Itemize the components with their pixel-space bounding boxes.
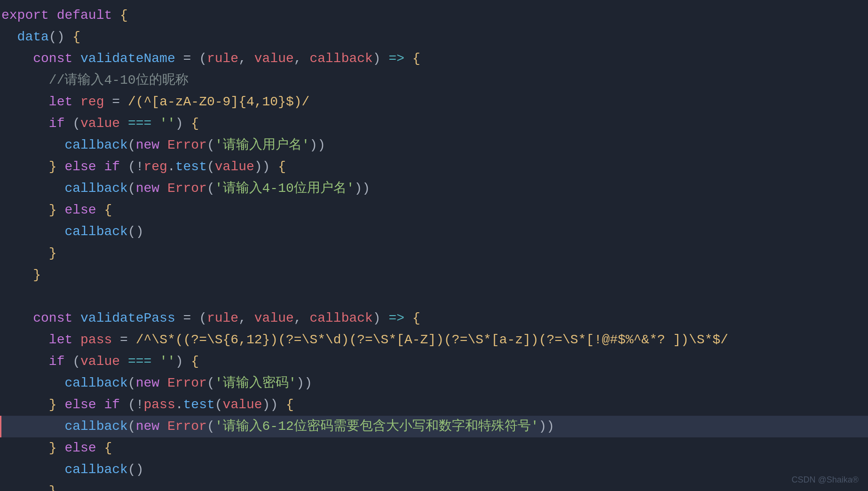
code-line-8: } else if (!reg.test(value)) {	[0, 156, 868, 178]
code-line-10: } else {	[0, 199, 868, 221]
code-text: export default {	[1, 6, 128, 25]
code-line-17: callback(new Error('请输入密码'))	[0, 372, 868, 394]
code-text	[1, 287, 9, 307]
code-line-18: } else if (!pass.test(value)) {	[0, 394, 868, 416]
code-text: } else if (!reg.test(value)) {	[1, 157, 286, 177]
code-text: if (value === '') {	[1, 114, 199, 134]
code-line-4: //请输入4-10位的昵称	[0, 70, 868, 91]
code-text: callback(new Error('请输入4-10位用户名'))	[1, 179, 370, 198]
code-line-22: }	[0, 481, 868, 491]
code-line-2: data() {	[0, 26, 868, 48]
code-editor: export default { data() { const validate…	[0, 0, 868, 491]
code-text: }	[1, 482, 57, 491]
code-line-11: callback()	[0, 221, 868, 243]
code-text: callback(new Error('请输入用户名'))	[1, 135, 325, 155]
code-line-15: let pass = /^\S*((?=\S{6,12})(?=\S*\d)(?…	[0, 329, 868, 351]
code-text: data() {	[1, 27, 80, 47]
code-text: } else if (!pass.test(value)) {	[1, 395, 294, 415]
code-text: //请输入4-10位的昵称	[1, 71, 189, 90]
code-text: callback()	[1, 222, 143, 242]
code-text: if (value === '') {	[1, 352, 199, 372]
code-text: }	[1, 265, 41, 285]
code-line-1: export default {	[0, 5, 868, 26]
code-line-13: }	[0, 264, 868, 286]
code-text: let pass = /^\S*((?=\S{6,12})(?=\S*\d)(?…	[1, 330, 728, 350]
watermark: CSDN @Shaika®	[791, 474, 859, 486]
code-line-16: if (value === '') {	[0, 351, 868, 372]
code-line-9: callback(new Error('请输入4-10位用户名'))	[0, 178, 868, 199]
code-line-19-highlighted: callback(new Error('请输入6-12位密码需要包含大小写和数字…	[0, 416, 868, 437]
code-text: }	[1, 244, 57, 263]
code-text: } else {	[1, 438, 112, 458]
code-text: const validatePass = (rule, value, callb…	[1, 309, 420, 328]
code-text: let reg = /(^[a-zA-Z0-9]{4,10}$)/	[1, 92, 309, 112]
code-text: callback(new Error('请输入6-12位密码需要包含大小写和数字…	[1, 417, 554, 436]
code-line-empty	[0, 286, 868, 308]
code-line-6: if (value === '') {	[0, 113, 868, 135]
code-text: callback()	[1, 460, 143, 480]
code-text: callback(new Error('请输入密码'))	[1, 373, 312, 393]
code-line-12: }	[0, 243, 868, 264]
code-line-3: const validateName = (rule, value, callb…	[0, 48, 868, 70]
code-line-5: let reg = /(^[a-zA-Z0-9]{4,10}$)/	[0, 91, 868, 113]
code-line-14: const validatePass = (rule, value, callb…	[0, 308, 868, 329]
code-line-7: callback(new Error('请输入用户名'))	[0, 135, 868, 156]
code-text: const validateName = (rule, value, callb…	[1, 49, 420, 69]
code-line-21: callback()	[0, 459, 868, 481]
code-text: } else {	[1, 200, 112, 220]
code-line-20: } else {	[0, 437, 868, 459]
